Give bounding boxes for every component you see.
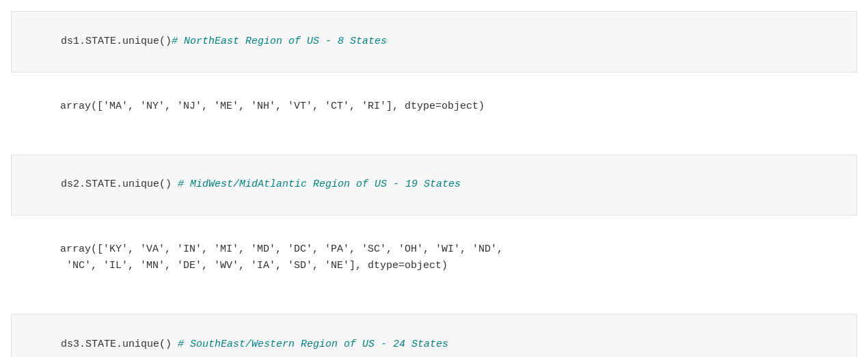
separator-2 <box>11 306 857 314</box>
code-line-1: ds1.STATE.unique()# NorthEast Region of … <box>11 11 857 72</box>
notebook-output: ds1.STATE.unique()# NorthEast Region of … <box>11 11 857 357</box>
comment-text-2: # MidWest/MidAtlantic Region of US - 19 … <box>178 178 461 190</box>
output-text-2: array(['KY', 'VA', 'IN', 'MI', 'MD', 'DC… <box>23 243 503 272</box>
comment-text-3: # SouthEast/Western Region of US - 24 St… <box>178 339 448 350</box>
output-line-1: array(['MA', 'NY', 'NJ', 'ME', 'NH', 'VT… <box>11 72 857 141</box>
code-line-3: ds3.STATE.unique() # SouthEast/Western R… <box>11 314 857 357</box>
code-text-3: ds3.STATE.unique() <box>61 339 178 350</box>
comment-text-1: # NorthEast Region of US - 8 States <box>172 36 387 47</box>
cell-block-3: ds3.STATE.unique() # SouthEast/Western R… <box>11 314 857 357</box>
cell-block-2: ds2.STATE.unique() # MidWest/MidAtlantic… <box>11 155 857 301</box>
output-line-2: array(['KY', 'VA', 'IN', 'MI', 'MD', 'DC… <box>11 215 857 300</box>
output-text-1: array(['MA', 'NY', 'NJ', 'ME', 'NH', 'VT… <box>60 101 485 112</box>
code-text-1: ds1.STATE.unique() <box>61 36 172 47</box>
code-line-2: ds2.STATE.unique() # MidWest/MidAtlantic… <box>11 155 857 216</box>
separator-1 <box>11 146 857 155</box>
code-text-2: ds2.STATE.unique() <box>61 178 178 190</box>
cell-block-1: ds1.STATE.unique()# NorthEast Region of … <box>11 11 857 141</box>
